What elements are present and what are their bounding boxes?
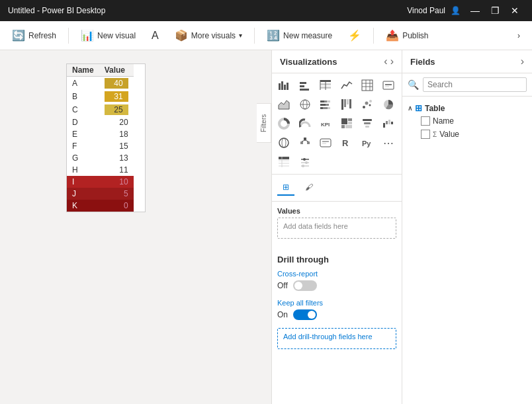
viz-matrix-icon[interactable] [358,76,377,95]
viz-donut-icon[interactable] [275,114,293,133]
svg-rect-62 [320,139,331,147]
viz-panel-title: Visualizations [280,57,337,67]
viz-globe-icon[interactable] [275,134,293,152]
svg-point-36 [363,106,365,108]
svg-point-56 [282,138,286,147]
svg-rect-29 [320,107,323,109]
more-visuals-button[interactable]: 📦 More visuals ▾ [168,24,249,48]
cross-report-toggle[interactable] [293,280,317,291]
row-name: F [67,140,99,152]
viz-collapse-button[interactable]: › [390,56,394,67]
panel-collapse-button[interactable]: › [511,24,527,48]
row-value: 20 [99,116,134,128]
viz-tab-format[interactable]: 🖌 [300,180,318,196]
viz-python-icon[interactable]: Py [358,134,377,152]
row-name: H [67,164,99,176]
new-visual-icon: 📊 [81,29,94,42]
toggle-thumb [294,282,302,290]
new-visual-button[interactable]: 📊 New visual [74,24,142,48]
viz-funnel-icon[interactable] [358,114,377,133]
fields-panel: Fields › 🔍 ∧ ⊞ Table Name Σ Value [402,50,532,404]
svg-rect-35 [349,99,351,108]
viz-stacked-bar-icon[interactable] [316,95,335,114]
svg-point-39 [369,100,372,102]
svg-rect-59 [307,141,310,144]
svg-rect-6 [300,89,309,91]
table-row: F 15 [67,140,134,152]
svg-marker-20 [279,101,289,109]
expand-chevron-icon: ∧ [408,104,412,112]
viz-slicer-icon[interactable] [296,153,314,171]
viz-r-script-icon[interactable]: R [337,134,356,152]
fields-panel-header: Fields › [402,50,532,73]
svg-rect-27 [320,104,326,106]
chevron-right-icon: › [517,31,520,40]
table-visual[interactable]: Name Value A 40 B 31 C 25 [66,63,146,212]
viz-kpi-icon[interactable]: KPI [316,114,335,133]
table-row: J 5 [67,188,134,200]
canvas-area[interactable]: Name Value A 40 B 31 C 25 [0,50,271,404]
svg-rect-30 [323,107,328,109]
viz-gauge-icon[interactable] [296,114,314,133]
fields-table-item[interactable]: ∧ ⊞ Table [408,102,527,114]
viz-table-icon[interactable] [316,76,335,95]
maximize-button[interactable]: ❐ [486,1,504,20]
new-measure-button[interactable]: 🔢 New measure [260,24,339,48]
svg-rect-43 [341,118,347,124]
viz-ribbon-icon[interactable] [337,95,356,114]
svg-point-73 [303,158,306,161]
svg-text:R: R [342,138,349,148]
keep-filters-toggle[interactable] [293,309,317,320]
row-name: E [67,128,99,140]
cross-report-off-label: Off [277,281,288,290]
quick-measure-icon: ⚡ [348,29,361,42]
viz-pie-chart-icon[interactable] [379,95,398,114]
value-field-checkbox[interactable] [421,130,430,139]
svg-rect-33 [344,99,346,107]
viz-line-chart-icon[interactable] [337,76,356,95]
name-field-checkbox[interactable] [421,116,430,126]
viz-table-selected-icon[interactable] [275,153,293,171]
viz-map-icon[interactable] [296,95,314,114]
publish-icon: 📤 [386,29,399,42]
search-input[interactable] [423,77,527,92]
viz-more-icon[interactable]: ⋯ [379,134,398,152]
viz-fields-section: Values Add data fields here [272,202,402,249]
table-row: D 20 [67,116,134,128]
minimize-button[interactable]: — [466,1,484,20]
toolbar-separator-2 [254,28,255,44]
values-tab-icon: ⊞ [283,182,289,192]
fields-expand-button[interactable]: › [521,56,524,67]
row-value: 0 [99,200,134,212]
drillthrough-section: Drill through Cross-report Off Keep all … [272,249,402,360]
viz-expand-button[interactable]: ‹ [384,56,387,67]
chevron-down-icon: ▾ [239,32,242,39]
viz-column-chart-icon[interactable] [296,76,314,95]
refresh-icon: 🔄 [12,29,25,42]
viz-tab-values[interactable]: ⊞ [277,180,294,196]
table-label: Table [425,104,445,113]
viz-scatter-icon[interactable] [358,95,377,114]
format-button[interactable]: A [145,24,165,48]
viz-card-icon[interactable] [379,76,398,95]
viz-decomp-icon[interactable] [296,134,314,152]
viz-treemap-icon[interactable] [337,114,356,133]
toggle-thumb-on [308,311,316,319]
viz-bar-chart-icon[interactable] [275,76,293,95]
refresh-button[interactable]: 🔄 Refresh [5,24,63,48]
add-drillthrough-fields-zone[interactable]: Add drill-through fields here [277,328,396,349]
filters-panel-tab[interactable]: Filters [257,103,271,143]
quick-measure-button[interactable]: ⚡ [341,24,368,48]
svg-rect-32 [341,99,343,110]
publish-button[interactable]: 📤 Publish [379,24,435,48]
visualizations-panel: Visualizations ‹ › [271,50,402,404]
add-data-fields-zone[interactable]: Add data fields here [277,218,396,239]
table-icon: ⊞ [415,103,422,113]
close-button[interactable]: ✕ [506,1,524,20]
fields-panel-title: Fields [410,57,435,67]
viz-area-chart-icon[interactable] [275,95,293,114]
main-content: Name Value A 40 B 31 C 25 [0,50,532,404]
svg-rect-48 [363,119,372,121]
viz-waterfall-icon[interactable] [379,114,398,133]
viz-smart-narrative-icon[interactable] [316,134,335,152]
